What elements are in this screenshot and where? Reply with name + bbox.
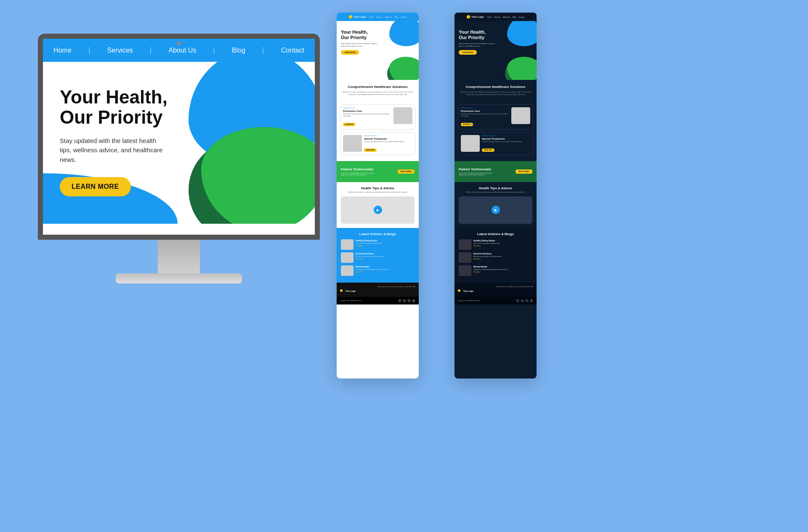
hero-subtitle: Stay updated with the latest health tips…: [60, 136, 169, 165]
preview-dark: Your Logo Home Services About Us Blog Co…: [454, 13, 537, 378]
pv-dark-article-2-link[interactable]: Read More: [473, 258, 502, 260]
pv-light-card-1-tag: Featured Services: [343, 107, 391, 109]
pv-light-card-2-thumb: [343, 135, 362, 152]
pv-dark-tips-text: Watch our latest videos on maintaining a…: [459, 191, 532, 193]
pv-dark-footer-brand: Your Logo: [458, 286, 473, 294]
pv-dark-social-tw[interactable]: t: [521, 299, 524, 302]
pv-dark-article-1-title: Healthy Eating Habits: [473, 239, 500, 242]
pv-dark-card-2-tag: Featured Treatment: [482, 135, 530, 137]
pv-light-article-3-title: Mental Health: [356, 265, 390, 268]
pv-light-card-1-btn[interactable]: SCHEDULE: [343, 123, 355, 126]
nav-services[interactable]: Services: [107, 47, 133, 54]
pv-dark-footer-logo-text: Your Logo: [463, 290, 473, 292]
pv-light-hero-subtitle: Stay updated with the latest health tips…: [337, 40, 379, 47]
pv-dark-testimonials: Patient Testimonials Hear from our satis…: [454, 161, 537, 182]
hero-cta-button[interactable]: LEARN MORE: [60, 177, 131, 196]
pv-light-article-2-link[interactable]: Read More: [356, 258, 384, 260]
pv-light-social-yt[interactable]: y: [412, 299, 415, 302]
pv-light-article-1-link[interactable]: Read More: [356, 245, 382, 247]
pv-dark-copyright: Copyright © 2025. All Rights Reserved.: [458, 300, 480, 302]
pv-light-nav-blog: Blog: [395, 16, 398, 18]
pv-light-card-1-text: Regular screenings and preventive measur…: [343, 113, 391, 117]
pv-dark-test-title: Patient Testimonials: [459, 167, 497, 171]
pv-dark-video[interactable]: ▶: [459, 196, 532, 224]
pv-light-card-2: Featured Treatment Special Treatments In…: [340, 132, 415, 155]
pv-dark-comprehensive: Comprehensive Healthcare Solutions Disco…: [454, 80, 537, 101]
pv-light-footer-brand: Your Logo: [340, 286, 356, 294]
pv-light-video[interactable]: ▶: [341, 196, 415, 224]
pv-dark-nav: Your Logo Home Services About Us Blog Co…: [454, 13, 537, 21]
monitor-camera: [177, 41, 181, 45]
pv-light-card-2-text: Innovative therapies tailored to your sp…: [364, 141, 412, 143]
pv-light-test-title: Patient Testimonials: [341, 167, 379, 171]
pv-dark-test-text: Hear from our satisfied patients about t…: [459, 172, 497, 176]
pv-dark-logo: Your Logo: [471, 16, 484, 18]
pv-dark-article-2-text: Effective workout plans for all fitness …: [473, 256, 502, 258]
pv-dark-tips-title: Health Tips & Advice: [459, 186, 532, 190]
pv-dark-play-btn[interactable]: ▶: [492, 206, 500, 214]
pv-dark-article-3-body: Mental Health Importance of mental welln…: [473, 265, 508, 273]
pv-light-hero: Your Health, Our Priority Stay updated w…: [337, 21, 419, 80]
pv-dark-article-1: Healthy Eating Habits Tips on how to mai…: [459, 239, 532, 250]
nav-contact[interactable]: Contact: [281, 47, 304, 54]
pv-light-social-ig[interactable]: i: [407, 299, 411, 302]
preview-light: Your Logo Home Services About Us Blog Co…: [337, 13, 419, 378]
pv-dark-card-2-title: Special Treatments: [482, 138, 530, 140]
pv-dark-hero: Your Health, Our Priority Stay updated w…: [454, 21, 537, 80]
pv-light-play-btn[interactable]: ▶: [374, 206, 382, 214]
nav-divider-1: |: [88, 46, 90, 55]
pv-dark-card-2-body: Featured Treatment Special Treatments In…: [482, 135, 530, 152]
pv-dark-social-icons: f t i y: [516, 299, 533, 302]
pv-light-article-3-text: Importance of mental wellness and how to…: [356, 269, 390, 271]
nav-home[interactable]: Home: [53, 47, 72, 54]
pv-dark-card-2-thumb: [461, 135, 480, 152]
pv-light-article-1-title: Healthy Eating Habits: [356, 239, 382, 242]
nav-about[interactable]: About Us: [169, 47, 197, 54]
pv-dark-nav-services: Services: [494, 16, 500, 18]
pv-dark-hero-cta[interactable]: LEARN MORE: [459, 50, 477, 55]
pv-light-card-1: Featured Services Preventive Care Regula…: [340, 104, 415, 130]
pv-dark-article-3-link[interactable]: Read More: [473, 271, 508, 273]
hero-text: Your Health, Our Priority Stay updated w…: [43, 62, 315, 196]
pv-dark-article-1-text: Tips on how to maintain a balanced diet.: [473, 243, 500, 245]
monitor-screen: Home | Services | About Us | Blog | Cont…: [38, 34, 320, 240]
pv-light-hero-cta[interactable]: LEARN MORE: [341, 50, 359, 55]
pv-light-card-1-title: Preventive Care: [343, 110, 391, 112]
pv-dark-blob-green: [507, 57, 537, 80]
pv-dark-test-btn[interactable]: READ STORIES: [516, 169, 532, 174]
pv-dark-nav-home: Home: [487, 16, 492, 18]
pv-dark-card-1: Featured Services Preventive Care Regula…: [458, 104, 533, 130]
pv-dark-footer: Your Logo 123 Healthcare St., Wellness C…: [454, 283, 537, 297]
pv-dark-article-1-link[interactable]: Read More: [473, 245, 500, 247]
pv-dark-social-yt[interactable]: y: [530, 299, 533, 302]
pv-light-articles-title: Latest Articles & Blogs: [341, 232, 415, 236]
pv-dark-article-3-title: Mental Health: [473, 265, 508, 268]
pv-light-article-3-thumb: [341, 265, 354, 276]
nav-blog[interactable]: Blog: [232, 47, 245, 54]
pv-light-article-2: Exercise Routines Effective workout plan…: [341, 252, 415, 263]
pv-light-footer-logo-text: Your Logo: [345, 290, 356, 292]
pv-light-social-fb[interactable]: f: [398, 299, 401, 302]
pv-light-article-2-title: Exercise Routines: [356, 252, 384, 255]
pv-light-card-2-body: Featured Treatment Special Treatments In…: [364, 135, 412, 152]
pv-dark-social-fb[interactable]: f: [516, 299, 519, 302]
pv-dark-health-tips: Health Tips & Advice Watch our latest vi…: [454, 182, 537, 228]
pv-dark-card-2: Featured Treatment Special Treatments In…: [458, 132, 533, 155]
pv-light-footer-addr: 123 Healthcare St., Wellness City, Phone…: [377, 286, 415, 288]
pv-light-hero-title: Your Health, Our Priority: [337, 21, 419, 40]
pv-light-nav-links: Home Services About Us Blog Contact: [369, 16, 407, 18]
pv-light-social-tw[interactable]: t: [403, 299, 406, 302]
pv-dark-logo-dot: [467, 15, 470, 19]
pv-dark-comp-text: Discover our range of healthcare service…: [459, 91, 532, 96]
pv-dark-social-ig[interactable]: i: [525, 299, 529, 302]
pv-light-test-btn[interactable]: READ STORIES: [398, 169, 415, 174]
pv-light-article-3: Mental Health Importance of mental welln…: [341, 265, 415, 276]
pv-dark-card-1-title: Preventive Care: [461, 110, 509, 112]
pv-dark-article-3-text: Importance of mental wellness and how to…: [473, 269, 508, 271]
nav-divider-4: |: [262, 46, 264, 55]
pv-light-article-3-link[interactable]: Read More: [356, 271, 390, 273]
pv-dark-card-2-btn[interactable]: MORE INFO: [482, 148, 494, 152]
pv-dark-card-1-btn[interactable]: SCHEDULE: [461, 123, 473, 126]
pv-dark-articles: Latest Articles & Blogs Healthy Eating H…: [454, 228, 537, 283]
pv-light-card-2-btn[interactable]: MORE INFO: [364, 148, 377, 152]
